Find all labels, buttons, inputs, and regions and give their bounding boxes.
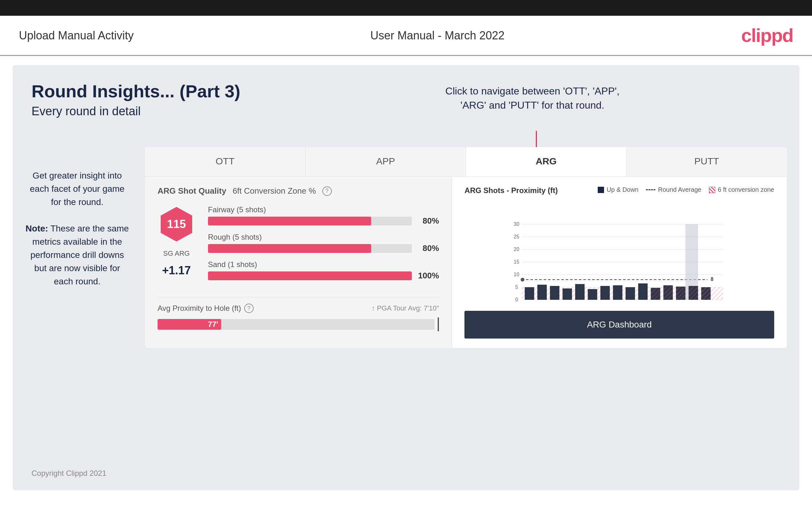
score-wrapper: 115 SG ARG +1.17	[158, 205, 195, 277]
proximity-label: Avg Proximity to Hole (ft) ?	[158, 303, 254, 313]
pga-label: ↑ PGA Tour Avg: 7'10"	[371, 304, 439, 313]
svg-rect-24	[525, 287, 535, 300]
nav-hint-line2: 'ARG' and 'PUTT' for that round.	[445, 98, 619, 112]
quality-label: ARG Shot Quality	[158, 186, 226, 196]
nav-hint-line1: Click to navigate between 'OTT', 'APP',	[445, 84, 619, 98]
document-title: User Manual - March 2022	[370, 29, 504, 42]
svg-rect-40	[689, 286, 698, 300]
upload-activity-label: Upload Manual Activity	[19, 29, 134, 42]
clippd-logo: clippd	[741, 24, 793, 46]
footer: Copyright Clippd 2021	[32, 469, 106, 478]
sg-value: +1.17	[162, 264, 191, 277]
legend-up-down-label: Up & Down	[607, 186, 639, 193]
insight-text1: Get greater insight into each facet of y…	[30, 171, 124, 207]
svg-rect-28	[575, 284, 585, 300]
legend-6ft-label: 6 ft conversion zone	[718, 186, 774, 193]
help-icon[interactable]: ?	[322, 186, 332, 196]
svg-rect-26	[550, 286, 560, 300]
svg-text:25: 25	[514, 234, 520, 239]
svg-text:0: 0	[515, 297, 518, 302]
panel-right: ARG Shots - Proximity (ft) Up & Down Rou…	[452, 177, 787, 348]
svg-point-21	[521, 278, 525, 282]
tab-arg[interactable]: ARG	[466, 147, 627, 176]
tab-bar: OTT APP ARG PUTT	[145, 147, 787, 177]
panel-body: ARG Shot Quality 6ft Conversion Zone % ?…	[145, 177, 787, 348]
chart-title: ARG Shots - Proximity (ft)	[464, 186, 558, 195]
quality-header: ARG Shot Quality 6ft Conversion Zone % ?	[158, 186, 439, 196]
legend-hatched-icon	[709, 187, 715, 193]
legend-6ft: 6 ft conversion zone	[709, 186, 774, 193]
proximity-label-text: Avg Proximity to Hole (ft)	[158, 304, 241, 313]
legend-dashed-icon	[646, 189, 655, 190]
sand-bar-container: 100%	[208, 271, 439, 281]
sand-track	[208, 272, 412, 280]
sg-label: SG ARG	[163, 249, 190, 258]
svg-rect-27	[563, 288, 572, 300]
proximity-help-icon[interactable]: ?	[244, 303, 254, 313]
rough-pct: 80%	[417, 243, 439, 253]
sand-fill	[208, 272, 412, 280]
chart-legend: Up & Down Round Average 6 ft conversion …	[598, 186, 774, 193]
proximity-fill: 77'	[158, 319, 221, 330]
tab-putt[interactable]: PUTT	[627, 147, 787, 176]
hex-bars-container: 115 SG ARG +1.17 Fairway (5 shots)	[158, 205, 439, 287]
legend-round-avg: Round Average	[646, 186, 701, 193]
rough-fill	[208, 244, 371, 253]
fairway-track	[208, 217, 412, 225]
legend-up-down: Up & Down	[598, 186, 639, 193]
svg-rect-25	[538, 285, 547, 300]
svg-rect-30	[601, 286, 610, 300]
svg-text:20: 20	[514, 246, 520, 252]
proximity-header: Avg Proximity to Hole (ft) ? ↑ PGA Tour …	[158, 303, 439, 313]
main-panel: OTT APP ARG PUTT ARG Shot Quality 6ft Co…	[145, 147, 787, 348]
arg-dashboard-button[interactable]: ARG Dashboard	[464, 311, 774, 339]
sand-bar-row: Sand (1 shots) 100%	[208, 260, 439, 281]
svg-rect-42	[664, 285, 673, 300]
conversion-label: 6ft Conversion Zone %	[233, 186, 316, 196]
svg-rect-43	[651, 288, 660, 300]
fairway-bar-row: Fairway (5 shots) 80%	[208, 205, 439, 226]
fairway-label: Fairway (5 shots)	[208, 205, 439, 214]
sand-label: Sand (1 shots)	[208, 260, 439, 269]
svg-text:8: 8	[711, 277, 714, 282]
svg-text:30: 30	[514, 221, 520, 227]
legend-box-icon	[598, 187, 604, 193]
svg-text:5: 5	[515, 284, 518, 290]
copyright-text: Copyright Clippd 2021	[32, 469, 106, 477]
proximity-value: 77'	[208, 320, 218, 329]
section-subtitle: Every round in detail	[32, 105, 780, 118]
proximity-bar-container: 77'	[158, 318, 439, 331]
rough-bar-container: 80%	[208, 243, 439, 253]
rough-label: Rough (5 shots)	[208, 233, 439, 241]
tab-ott[interactable]: OTT	[145, 147, 306, 176]
proximity-track: 77'	[158, 319, 435, 330]
section-title: Round Insights... (Part 3)	[32, 81, 780, 101]
fairway-pct: 80%	[417, 216, 439, 226]
proximity-section: Avg Proximity to Hole (ft) ? ↑ PGA Tour …	[158, 297, 439, 331]
chart-area: 0 5 10 15 20 25 30	[464, 204, 774, 304]
svg-rect-29	[588, 289, 597, 300]
svg-rect-33	[639, 283, 648, 300]
proximity-cursor	[438, 318, 439, 331]
fairway-fill	[208, 217, 371, 225]
svg-rect-41	[676, 287, 686, 300]
main-content: Round Insights... (Part 3) Every round i…	[13, 65, 799, 490]
chart-header: ARG Shots - Proximity (ft) Up & Down Rou…	[464, 186, 774, 198]
svg-rect-39	[701, 287, 711, 300]
svg-rect-32	[626, 287, 635, 300]
top-bar	[0, 0, 812, 16]
shot-bars: Fairway (5 shots) 80% Rough (5 shots)	[208, 205, 439, 287]
svg-rect-31	[613, 285, 623, 300]
fairway-bar-container: 80%	[208, 216, 439, 226]
tab-app[interactable]: APP	[306, 147, 466, 176]
sidebar-insight: Get greater insight into each facet of y…	[25, 169, 129, 288]
insight-note: Note:	[26, 224, 48, 233]
score-value: 115	[167, 218, 186, 231]
score-hexagon: 115	[158, 205, 195, 243]
rough-bar-row: Rough (5 shots) 80%	[208, 233, 439, 253]
header: Upload Manual Activity User Manual - Mar…	[0, 16, 812, 56]
svg-text:15: 15	[514, 259, 520, 265]
nav-hint: Click to navigate between 'OTT', 'APP', …	[445, 84, 619, 112]
chart-svg: 0 5 10 15 20 25 30	[464, 204, 774, 304]
sand-pct: 100%	[417, 271, 439, 281]
